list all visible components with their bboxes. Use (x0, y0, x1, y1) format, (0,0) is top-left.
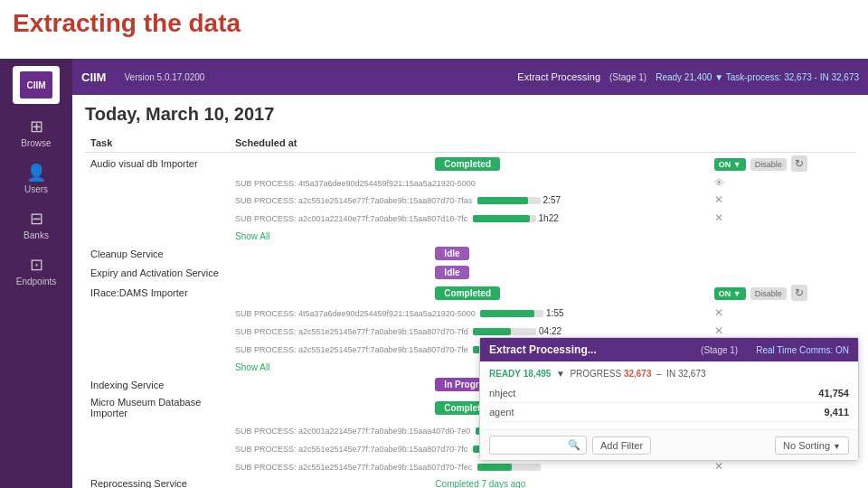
col-task: Task (85, 134, 230, 153)
search-icon: 🔍 (568, 439, 580, 451)
top-bar: CIIM Version 5.0.17.0200 Extract Process… (72, 59, 868, 95)
top-bar-section: Extract Processing (Stage 1) Ready 21,40… (517, 71, 859, 82)
eye-icon: 👁 (714, 177, 724, 188)
status-badge: Completed 7 days ago (435, 479, 525, 488)
endpoints-icon: ⊡ (30, 255, 43, 275)
browse-icon: ⊞ (30, 117, 43, 136)
logo-text: CIIM (20, 71, 52, 99)
search-box[interactable]: 🔍 (489, 436, 587, 455)
sidebar-label-banks: Banks (24, 230, 49, 240)
task-scheduled (230, 153, 429, 175)
task-name: Reprocessing Service (85, 475, 230, 488)
refresh-button[interactable]: ↻ (791, 285, 807, 301)
task-scheduled (230, 394, 429, 421)
add-filter-button[interactable]: Add Filter (592, 436, 651, 455)
sub-id: SUB PROCESS: a2c551e25145e77f:7a0abe9b:1… (235, 345, 468, 354)
table-row: Expiry and Activation Service Idle (85, 263, 855, 282)
sidebar-label-endpoints: Endpoints (16, 277, 56, 286)
disable-button[interactable]: Disable (750, 158, 787, 171)
close-icon[interactable]: ✕ (714, 193, 723, 206)
stat-label-agent: agent (489, 407, 824, 418)
table-row: Reprocessing Service Completed 7 days ag… (85, 475, 855, 488)
sub-id: SUB PROCESS: a2c001a22140e77f:7a0abe9b:1… (235, 214, 467, 223)
sidebar-item-endpoints[interactable]: ⊡ Endpoints (0, 248, 72, 294)
task-name: Cleanup Service (85, 244, 230, 263)
status-label: Extract Processing (517, 71, 600, 82)
task-scheduled (230, 244, 429, 263)
in-value: 32,673 (678, 369, 706, 379)
overlay-title: Extract Processing... (489, 343, 597, 356)
sidebar-label-users: Users (24, 184, 48, 194)
overlay-stat-row: nhject 41,754 (489, 384, 849, 403)
overlay-panel: Extract Processing... (Stage 1) Real Tim… (479, 337, 859, 461)
stat-label-nhject: nhject (489, 388, 818, 399)
progress-summary: Ready 21,400 ▼ Task-process: 32,673 - IN… (656, 72, 859, 82)
sub-id: SUB PROCESS: a2c551e25145e77f:7a0abe9b:1… (235, 196, 472, 205)
task-scheduled (230, 282, 429, 304)
task-name: IRace:DAMS Importer (85, 282, 230, 304)
in-label: IN (666, 369, 675, 379)
close-icon[interactable]: ✕ (714, 306, 723, 319)
task-scheduled (230, 475, 429, 488)
table-row: Audio visual db Importer Completed ON ▼ … (85, 153, 855, 175)
no-sorting-button[interactable]: No Sorting ▼ (775, 436, 849, 455)
sub-id: SUB PROCESS: 4t5a37a6dee90d254459f921:15… (235, 179, 476, 188)
table-row: IRace:DAMS Importer Completed ON ▼ Disab… (85, 282, 855, 304)
col-controls (709, 134, 855, 153)
page-title: Extracting the data (0, 0, 253, 47)
task-name: Micro Museum Database Importer (85, 394, 230, 421)
app-version: Version 5.0.17.0200 (124, 72, 204, 82)
date-heading: Today, March 10, 2017 (85, 104, 855, 125)
sidebar-item-browse[interactable]: ⊞ Browse (0, 109, 72, 155)
close-icon[interactable]: ✕ (714, 460, 723, 473)
table-row: SUB PROCESS: 4t5a37a6dee90d254459f921:15… (85, 304, 855, 322)
task-name: Expiry and Activation Service (85, 263, 230, 282)
status-badge: Idle (435, 247, 468, 260)
progress-value: 32,673 (624, 369, 652, 379)
table-row: Cleanup Service Idle (85, 244, 855, 263)
sub-id: SUB PROCESS: a2c551e25145e77f:7a0abe9b:1… (235, 463, 472, 472)
search-input[interactable] (495, 440, 568, 451)
sub-id: SUB PROCESS: a2c001a22145e77f:7a0abe9b:1… (235, 427, 470, 436)
overlay-stage: (Stage 1) (701, 345, 738, 355)
sidebar-item-banks[interactable]: ⊟ Banks (0, 202, 72, 248)
disable-button[interactable]: Disable (750, 287, 787, 300)
stat-value-nhject: 41,754 (818, 388, 849, 399)
progress-label: PROGRESS (570, 369, 621, 379)
task-name: Indexing Service (85, 375, 230, 394)
on-button[interactable]: ON ▼ (714, 287, 746, 300)
sidebar-label-browse: Browse (21, 138, 51, 148)
stat-value-agent: 9,411 (824, 407, 849, 418)
show-all-link[interactable]: Show All (235, 362, 269, 372)
table-row: SUB PROCESS: a2c551e25145e77f:7a0abe9b:1… (85, 191, 855, 209)
overlay-footer: 🔍 Add Filter No Sorting ▼ (480, 429, 858, 460)
status-badge: Completed (435, 286, 500, 300)
overlay-body: READY 18,495 ▼ PROGRESS 32,673 – IN 32,6… (480, 361, 858, 429)
close-icon[interactable]: ✕ (714, 324, 723, 337)
ready-label: READY (489, 369, 521, 379)
overlay-stat-row: agent 9,411 (489, 403, 849, 422)
sidebar: CIIM ⊞ Browse 👤 Users ⊟ Banks ⊡ Endpoint… (0, 59, 72, 488)
sidebar-item-users[interactable]: 👤 Users (0, 155, 72, 202)
col-status (429, 134, 708, 153)
table-row: SUB PROCESS: 4t5a37a6dee90d254459f921:15… (85, 174, 855, 191)
chevron-down-icon: ▼ (833, 442, 841, 451)
refresh-button[interactable]: ↻ (791, 155, 807, 172)
overlay-ready: READY 18,495 ▼ PROGRESS 32,673 – IN 32,6… (489, 369, 849, 379)
overlay-rt: Real Time Comms: ON (756, 345, 849, 355)
status-badge: Completed (435, 157, 500, 171)
show-all-link[interactable]: Show All (235, 231, 269, 241)
app-name: CIIM (81, 70, 106, 84)
status-badge: Idle (435, 266, 468, 279)
ready-value: 18,495 (524, 369, 552, 379)
task-scheduled (230, 263, 429, 282)
sub-id: SUB PROCESS: a2c551e25145e77f:7a0abe9b:1… (235, 445, 467, 454)
sidebar-logo: CIIM (13, 66, 60, 104)
users-icon: 👤 (26, 163, 46, 183)
on-button[interactable]: ON ▼ (714, 158, 746, 171)
task-scheduled (230, 375, 429, 394)
close-icon[interactable]: ✕ (714, 211, 723, 224)
sub-id: SUB PROCESS: 4t5a37a6dee90d254459f921:15… (235, 309, 476, 318)
banks-icon: ⊟ (30, 209, 43, 229)
sub-id: SUB PROCESS: a2c551e25145e77f:7a0abe9b:1… (235, 327, 468, 336)
